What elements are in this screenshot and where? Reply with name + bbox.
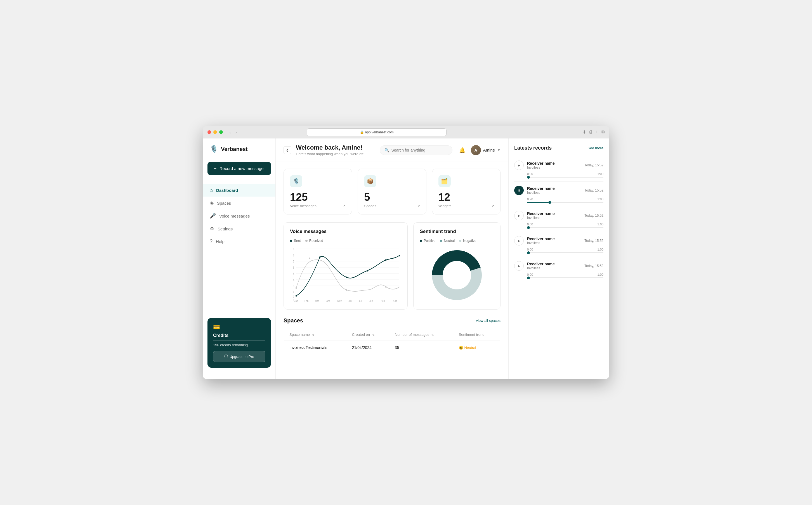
windows-icon[interactable]: ⧉	[601, 130, 605, 135]
svg-text:Mar: Mar	[315, 299, 319, 302]
page-title: Welcome back, Amine!	[296, 144, 380, 151]
record-1-dot	[527, 176, 530, 179]
record-5-name: Receiver name	[527, 262, 581, 266]
svg-point-27	[346, 289, 347, 291]
widgets-stat-icon: 🗂️	[441, 178, 448, 185]
record-2-top: ⏸ Receiver name Invoiless Today, 15:52	[514, 186, 603, 195]
record-3-progress-bar[interactable]	[527, 227, 603, 228]
sidebar-item-settings[interactable]: ⚙ Settings	[203, 222, 275, 235]
positive-legend: Positive	[420, 239, 435, 243]
sidebar-item-help[interactable]: ? Help	[203, 235, 275, 248]
logo-icon: 🎙️	[210, 145, 218, 153]
voice-messages-arrow-icon[interactable]: ↗	[343, 204, 346, 208]
widgets-arrow-icon[interactable]: ↗	[491, 204, 494, 208]
record-1-info: Receiver name Invoiless	[527, 161, 581, 169]
received-legend-dot	[306, 239, 308, 242]
stat-card-spaces: 📦 5 Spaces ↗	[358, 169, 426, 214]
sent-legend-label: Sent	[294, 239, 301, 243]
record-2-dot	[548, 201, 551, 204]
logo-text: Verbanest	[221, 146, 248, 152]
notification-button[interactable]: 🔔	[458, 146, 466, 154]
play-button-5[interactable]: ▶	[514, 261, 524, 271]
col-messages[interactable]: Number of messages ⇅	[389, 329, 453, 341]
stat-card-voice-messages: 🎙️ 125 Voice messages ↗	[283, 169, 352, 214]
search-input[interactable]	[391, 148, 448, 152]
share-icon[interactable]: ⎙	[589, 130, 592, 135]
see-more-link[interactable]: See more	[588, 146, 603, 150]
svg-text:Sep: Sep	[381, 299, 385, 302]
download-icon[interactable]: ⬇	[582, 130, 586, 135]
user-name: Amine	[483, 148, 495, 152]
record-4-dot	[527, 251, 530, 254]
spaces-table-body: Invoiless Testimonials 21/04/2024 35 😐 N…	[284, 341, 500, 355]
record-5-dot	[527, 277, 530, 279]
sentiment-emoji-icon: 😐	[459, 346, 463, 350]
forward-btn[interactable]: ›	[234, 129, 238, 136]
record-2-progress: 0:28 1:00	[514, 197, 603, 203]
sidebar-item-dashboard[interactable]: ⌂ Dashboard	[203, 184, 275, 197]
play-button-1[interactable]: ▶	[514, 161, 524, 170]
received-legend: Received	[306, 239, 323, 243]
top-header: ❮ Welcome back, Amine! Here's what happe…	[276, 138, 509, 162]
upgrade-to-pro-button[interactable]: ⓘ Upgrade to Pro	[213, 351, 265, 362]
record-3-current-time: 0:00	[527, 222, 533, 226]
record-2-name: Receiver name	[527, 186, 581, 191]
voice-messages-label-row: Voice messages ↗	[290, 204, 346, 208]
collapse-sidebar-button[interactable]: ❮	[283, 146, 291, 154]
new-tab-icon[interactable]: +	[596, 130, 598, 135]
voice-messages-chart: Voice messages Sent Received	[283, 222, 408, 310]
search-bar[interactable]: 🔍	[380, 145, 452, 155]
sort-space-name-icon: ⇅	[312, 333, 314, 336]
svg-text:6: 6	[293, 266, 294, 270]
record-2-progress-bar[interactable]	[527, 202, 603, 203]
spaces-arrow-icon[interactable]: ↗	[417, 204, 420, 208]
widgets-icon-wrap: 🗂️	[438, 175, 451, 187]
play-button-2[interactable]: ⏸	[514, 186, 524, 195]
svg-text:May: May	[337, 299, 342, 302]
record-5-top: ▶ Receiver name Invoiless Today, 15:52	[514, 261, 603, 271]
record-1-duration: 1:00	[598, 172, 603, 176]
negative-legend-dot	[459, 239, 461, 242]
avatar: A	[471, 145, 481, 155]
space-name-cell: Invoiless Testimonials	[284, 341, 347, 355]
minimize-window-btn[interactable]	[213, 130, 217, 134]
view-all-spaces-link[interactable]: view all spaces	[476, 319, 500, 323]
svg-point-21	[346, 277, 347, 278]
negative-legend: Negative	[459, 239, 476, 243]
dashboard-body: 🎙️ 125 Voice messages ↗ 📦 5	[276, 162, 509, 361]
svg-point-25	[295, 287, 297, 289]
logo: 🎙️ Verbanest	[203, 145, 275, 162]
widgets-count: 12	[438, 191, 494, 203]
record-4-progress-bar[interactable]	[527, 252, 603, 253]
col-space-name[interactable]: Space name ⇅	[284, 329, 347, 341]
play-button-4[interactable]: ▶	[514, 236, 524, 245]
svg-point-20	[319, 257, 321, 258]
record-3-top: ▶ Receiver name Invoiless Today, 15:52	[514, 211, 603, 220]
close-window-btn[interactable]	[207, 130, 211, 134]
maximize-window-btn[interactable]	[219, 130, 223, 134]
spaces-table-header: Space name ⇅ Created on ⇅ Number of mess…	[284, 329, 500, 341]
address-bar[interactable]: 🔒 app.verbanest.com	[307, 128, 446, 136]
record-5-company: Invoiless	[527, 266, 581, 270]
back-btn[interactable]: ‹	[228, 129, 232, 136]
play-button-3[interactable]: ▶	[514, 211, 524, 220]
record-item-1: ▶ Receiver name Invoiless Today, 15:52 0…	[514, 157, 603, 182]
record-1-progress-bar[interactable]	[527, 177, 603, 178]
record-3-time: Today, 15:52	[584, 214, 603, 217]
sidebar-item-voice-messages[interactable]: 🎤 Voice messages	[203, 209, 275, 222]
right-panel: Latests records See more ▶ Receiver name…	[509, 138, 609, 379]
record-3-name: Receiver name	[527, 211, 581, 216]
neutral-legend-dot	[440, 239, 442, 242]
table-row[interactable]: Invoiless Testimonials 21/04/2024 35 😐 N…	[284, 341, 500, 355]
svg-text:Apr: Apr	[326, 299, 330, 302]
record-new-message-button[interactable]: ＋ Record a new message	[207, 162, 271, 175]
plus-icon: ＋	[213, 166, 217, 171]
sidebar-item-spaces[interactable]: ◈ Spaces	[203, 197, 275, 209]
spaces-icon-wrap: 📦	[364, 175, 376, 187]
record-4-time: Today, 15:52	[584, 239, 603, 243]
record-5-progress-bar[interactable]	[527, 278, 603, 278]
col-created-on[interactable]: Created on ⇅	[347, 329, 389, 341]
record-2-fill	[527, 202, 548, 203]
header-actions: 🔔 A Amine ▼	[458, 145, 500, 155]
user-menu[interactable]: A Amine ▼	[471, 145, 500, 155]
